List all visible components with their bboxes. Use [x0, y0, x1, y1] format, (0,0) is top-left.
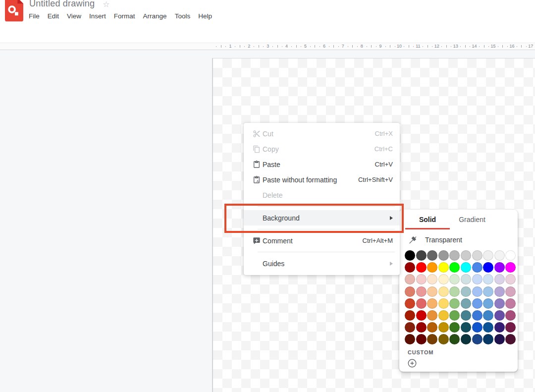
- color-swatch[interactable]: [416, 250, 427, 261]
- color-swatch[interactable]: [461, 262, 471, 273]
- color-swatch[interactable]: [427, 298, 437, 309]
- color-swatch[interactable]: [494, 334, 505, 344]
- tab-gradient[interactable]: Gradient: [450, 210, 494, 229]
- color-swatch[interactable]: [416, 274, 427, 284]
- color-swatch[interactable]: [494, 310, 505, 321]
- context-menu-item-paste[interactable]: PasteCtrl+V: [244, 157, 400, 172]
- tab-solid[interactable]: Solid: [405, 210, 450, 229]
- context-menu-item-paste-without-formatting[interactable]: APaste without formattingCtrl+Shift+V: [244, 172, 400, 187]
- color-swatch[interactable]: [483, 262, 493, 273]
- color-swatch[interactable]: [438, 286, 449, 297]
- color-swatch[interactable]: [505, 298, 516, 309]
- color-swatch[interactable]: [416, 322, 427, 333]
- context-menu-item-copy[interactable]: CopyCtrl+C: [244, 141, 400, 157]
- color-swatch[interactable]: [461, 334, 471, 344]
- color-swatch[interactable]: [416, 262, 427, 273]
- color-swatch[interactable]: [438, 322, 449, 333]
- plus-circle-icon[interactable]: [407, 358, 418, 369]
- color-swatch[interactable]: [427, 322, 437, 333]
- color-swatch[interactable]: [494, 274, 505, 284]
- color-swatch[interactable]: [505, 286, 516, 297]
- transparent-option[interactable]: Transparent: [399, 229, 518, 249]
- color-swatch[interactable]: [449, 286, 460, 297]
- color-swatch[interactable]: [427, 250, 437, 261]
- color-swatch[interactable]: [449, 250, 460, 261]
- color-swatch[interactable]: [416, 334, 427, 344]
- color-swatch[interactable]: [461, 274, 471, 284]
- menu-tools[interactable]: Tools: [171, 11, 195, 21]
- color-swatch[interactable]: [427, 274, 437, 284]
- color-swatch[interactable]: [405, 262, 415, 273]
- color-swatch[interactable]: [494, 298, 505, 309]
- color-swatch[interactable]: [405, 250, 415, 261]
- color-swatch[interactable]: [483, 286, 493, 297]
- color-swatch[interactable]: [427, 286, 437, 297]
- color-swatch[interactable]: [416, 298, 427, 309]
- color-swatch[interactable]: [438, 298, 449, 309]
- color-swatch[interactable]: [438, 310, 449, 321]
- color-swatch[interactable]: [461, 286, 471, 297]
- menu-file[interactable]: File: [25, 11, 44, 21]
- color-swatch[interactable]: [472, 286, 482, 297]
- color-swatch[interactable]: [472, 250, 482, 261]
- color-swatch[interactable]: [472, 298, 482, 309]
- color-swatch[interactable]: [405, 286, 415, 297]
- color-swatch[interactable]: [438, 262, 449, 273]
- color-swatch[interactable]: [438, 250, 449, 261]
- color-swatch[interactable]: [449, 310, 460, 321]
- star-outline-icon[interactable]: ☆: [103, 0, 109, 9]
- color-swatch[interactable]: [472, 322, 482, 333]
- color-swatch[interactable]: [494, 322, 505, 333]
- color-swatch[interactable]: [438, 274, 449, 284]
- menu-insert[interactable]: Insert: [85, 11, 110, 21]
- color-swatch[interactable]: [461, 310, 471, 321]
- document-title[interactable]: Untitled drawing: [29, 0, 95, 9]
- color-swatch[interactable]: [483, 322, 493, 333]
- context-menu-item-cut[interactable]: CutCtrl+X: [244, 126, 400, 141]
- color-swatch[interactable]: [505, 274, 516, 284]
- context-menu-item-guides[interactable]: Guides: [244, 256, 400, 271]
- color-swatch[interactable]: [494, 262, 505, 273]
- menu-arrange[interactable]: Arrange: [139, 11, 171, 21]
- color-swatch[interactable]: [505, 310, 516, 321]
- color-swatch[interactable]: [483, 250, 493, 261]
- color-swatch[interactable]: [405, 298, 415, 309]
- menu-edit[interactable]: Edit: [44, 11, 63, 21]
- color-swatch[interactable]: [449, 322, 460, 333]
- menu-view[interactable]: View: [63, 11, 85, 21]
- color-swatch[interactable]: [483, 298, 493, 309]
- color-swatch[interactable]: [416, 310, 427, 321]
- color-swatch[interactable]: [461, 298, 471, 309]
- color-swatch[interactable]: [483, 310, 493, 321]
- color-swatch[interactable]: [472, 274, 482, 284]
- color-swatch[interactable]: [427, 310, 437, 321]
- menu-format[interactable]: Format: [110, 11, 139, 21]
- color-swatch[interactable]: [472, 262, 482, 273]
- color-swatch[interactable]: [505, 322, 516, 333]
- color-swatch[interactable]: [416, 286, 427, 297]
- context-menu-item-background[interactable]: Background: [244, 210, 400, 225]
- color-swatch[interactable]: [405, 274, 415, 284]
- color-swatch[interactable]: [449, 334, 460, 344]
- context-menu-item-delete[interactable]: Delete: [244, 187, 400, 203]
- color-swatch[interactable]: [405, 334, 415, 344]
- color-swatch[interactable]: [427, 262, 437, 273]
- color-swatch[interactable]: [505, 334, 516, 344]
- color-swatch[interactable]: [461, 250, 471, 261]
- color-swatch[interactable]: [461, 322, 471, 333]
- color-swatch[interactable]: [472, 334, 482, 344]
- color-swatch[interactable]: [449, 298, 460, 309]
- color-swatch[interactable]: [494, 286, 505, 297]
- color-swatch[interactable]: [505, 250, 516, 261]
- color-swatch[interactable]: [483, 274, 493, 284]
- color-swatch[interactable]: [494, 250, 505, 261]
- drawings-logo-icon[interactable]: [5, 0, 23, 22]
- color-swatch[interactable]: [405, 310, 415, 321]
- color-swatch[interactable]: [472, 310, 482, 321]
- color-swatch[interactable]: [405, 322, 415, 333]
- color-swatch[interactable]: [427, 334, 437, 344]
- context-menu-item-comment[interactable]: CommentCtrl+Alt+M: [244, 233, 400, 248]
- menu-help[interactable]: Help: [194, 11, 216, 21]
- color-swatch[interactable]: [449, 262, 460, 273]
- color-swatch[interactable]: [505, 262, 516, 273]
